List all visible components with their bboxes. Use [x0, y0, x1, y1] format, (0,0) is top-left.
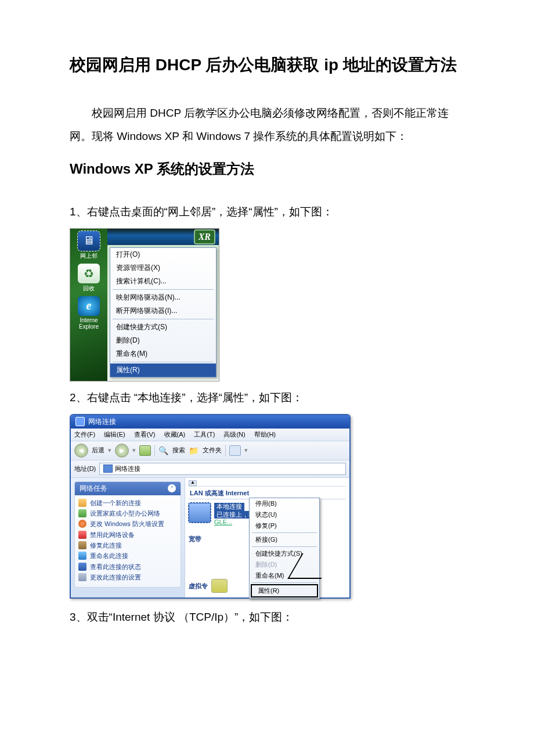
connection-name: 本地连接 — [214, 503, 244, 511]
menu-item-disconnect-drive[interactable]: 断开网络驱动器(I)... — [110, 304, 216, 318]
ctx-item-delete: 删除(D) — [250, 559, 319, 570]
folders-icon[interactable] — [189, 446, 199, 455]
menu-help[interactable]: 帮助(H) — [254, 431, 276, 438]
menu-separator — [113, 289, 214, 290]
window-icon — [75, 417, 85, 426]
toolbar-separator — [225, 445, 226, 456]
connection-context-menu: 停用(B) 状态(U) 修复(P) 桥接(G) 创建快捷方式(S) 删除(D) … — [249, 498, 320, 599]
ctx-item-bridge[interactable]: 桥接(G) — [250, 534, 319, 545]
task-label: 更改此连接的设置 — [90, 573, 141, 581]
up-button[interactable] — [139, 445, 151, 456]
group-header-virtual: 虚拟专 — [189, 582, 208, 591]
desktop-icon-label: 网上邻 — [80, 252, 98, 260]
ctx-item-rename[interactable]: 重命名(M) — [250, 570, 319, 581]
task-label: 修复此连接 — [90, 541, 122, 549]
menu-item-search-computer[interactable]: 搜索计算机(C)... — [110, 275, 216, 288]
toolbar-folders-label: 文件夹 — [203, 446, 222, 455]
task-icon — [78, 541, 86, 549]
task-icon — [78, 563, 86, 571]
xr-badge-icon: XR — [194, 229, 215, 244]
toolbar-search-label: 搜索 — [172, 446, 185, 455]
search-icon[interactable] — [158, 446, 169, 455]
screenshot-2: 网络连接 文件(F) 编辑(E) 查看(V) 收藏(A) 工具(T) 高级(N)… — [70, 414, 351, 599]
menu-edit[interactable]: 编辑(E) — [104, 431, 125, 438]
connection-nic: GLE... — [214, 519, 232, 525]
ctx-item-disable[interactable]: 停用(B) — [250, 498, 319, 509]
toolbar-back-label: 后退 — [92, 446, 104, 455]
task-label: 查看此连接的状态 — [90, 563, 141, 571]
desktop-strip: 🖥 网上邻 ♻ 回收 e Interne Explore — [70, 229, 107, 381]
menu-separator — [252, 582, 317, 583]
ctx-item-repair[interactable]: 修复(P) — [250, 520, 319, 531]
menu-separator — [252, 532, 317, 533]
ctx-item-properties[interactable]: 属性(R) — [251, 584, 318, 597]
task-icon — [78, 573, 86, 581]
network-places-icon: 🖥 — [78, 231, 100, 251]
group-header-broadband: 宽带 — [189, 535, 201, 543]
network-tasks-panel: 网络任务 ˄ 创建一个新的连接 设置家庭或小型办公网络 更改 Windows 防… — [74, 481, 181, 588]
network-connections-icon — [103, 465, 113, 473]
desktop-icon-recycle-bin[interactable]: ♻ 回收 — [71, 264, 106, 293]
menu-advanced[interactable]: 高级(N) — [223, 431, 245, 438]
address-bar: 地址(D) 网络连接 — [71, 460, 349, 478]
task-label: 禁用此网络设备 — [90, 531, 135, 539]
menu-separator — [113, 362, 214, 362]
menu-file[interactable]: 文件(F) — [74, 431, 95, 438]
step-2-text: 2、右键点击 “本地连接”，选择“属性”，如下图： — [70, 387, 464, 408]
menu-separator — [252, 546, 317, 547]
toolbar-separator — [154, 445, 155, 456]
toolbar: ◄ 后退 ▾ ► ▾ 搜索 文件夹 ▾ — [71, 441, 349, 460]
menu-item-delete[interactable]: 删除(D) — [110, 334, 216, 347]
task-label: 设置家庭或小型办公网络 — [90, 509, 160, 517]
menu-view[interactable]: 查看(V) — [134, 431, 156, 438]
task-icon — [78, 531, 86, 539]
menu-item-open[interactable]: 打开(O) — [110, 248, 216, 261]
desktop-icon-network-neighborhood[interactable]: 🖥 网上邻 — [71, 231, 106, 260]
task-view-status[interactable]: 查看此连接的状态 — [78, 561, 177, 572]
section-xp-title: Windows XP 系统的设置方法 — [70, 160, 464, 178]
back-button[interactable]: ◄ — [74, 444, 88, 458]
window-titlebar[interactable]: 网络连接 — [71, 415, 349, 429]
desktop-icon-label: Interne — [80, 317, 98, 323]
forward-button[interactable]: ► — [115, 444, 129, 458]
menu-item-properties[interactable]: 属性(R) — [110, 363, 216, 377]
task-rename-connection[interactable]: 重命名此连接 — [78, 550, 177, 561]
step-3-text: 3、双击“Internet 协议 （TCP/Ip）”，如下图： — [70, 607, 464, 628]
ctx-item-create-shortcut[interactable]: 创建快捷方式(S) — [250, 548, 319, 559]
ie-icon: e — [78, 296, 100, 316]
task-new-connection[interactable]: 创建一个新的连接 — [78, 498, 177, 508]
panel-header[interactable]: 网络任务 ˄ — [75, 482, 181, 495]
step-1-text: 1、右键点击桌面的“网上邻居”，选择“属性”，如下图： — [70, 201, 464, 222]
task-icon — [78, 499, 86, 507]
scroll-indicator: ▲ — [189, 480, 346, 487]
virtual-connection-icon — [211, 579, 228, 593]
document-title: 校园网启用 DHCP 后办公电脑获取 ip 地址的设置方法 — [70, 52, 464, 78]
task-repair-connection[interactable]: 修复此连接 — [78, 540, 177, 550]
task-change-firewall[interactable]: 更改 Windows 防火墙设置 — [78, 519, 177, 529]
menu-item-explorer[interactable]: 资源管理器(X) — [110, 261, 216, 275]
lan-connection-icon — [189, 503, 211, 523]
views-button[interactable] — [229, 445, 241, 456]
address-value: 网络连接 — [115, 465, 140, 473]
task-change-settings[interactable]: 更改此连接的设置 — [78, 572, 177, 582]
intro-paragraph: 校园网启用 DHCP 后教学区办公电脑必须修改网络配置，否则不能正常连网。现将 … — [70, 102, 464, 148]
task-label: 更改 Windows 防火墙设置 — [90, 520, 164, 528]
desktop-icon-internet-explorer[interactable]: e Interne Explore — [71, 296, 106, 330]
menubar: 文件(F) 编辑(E) 查看(V) 收藏(A) 工具(T) 高级(N) 帮助(H… — [71, 429, 349, 441]
ctx-item-status[interactable]: 状态(U) — [250, 509, 319, 520]
task-disable-device[interactable]: 禁用此网络设备 — [78, 530, 177, 540]
menu-item-map-drive[interactable]: 映射网络驱动器(N)... — [110, 291, 216, 304]
task-label: 创建一个新的连接 — [90, 499, 141, 507]
menu-item-create-shortcut[interactable]: 创建快捷方式(S) — [110, 321, 216, 334]
panel-title: 网络任务 — [80, 484, 107, 494]
desktop-top-bar: XR — [107, 229, 219, 245]
chevron-up-icon[interactable]: ˄ — [168, 484, 176, 492]
menu-tools[interactable]: 工具(T) — [194, 431, 215, 438]
menu-item-rename[interactable]: 重命名(M) — [110, 347, 216, 361]
menu-favorites[interactable]: 收藏(A) — [164, 431, 186, 438]
task-setup-home-net[interactable]: 设置家庭或小型办公网络 — [78, 508, 177, 519]
address-field[interactable]: 网络连接 — [99, 463, 346, 475]
desktop-icon-label: Explore — [79, 323, 99, 330]
task-label: 重命名此连接 — [90, 552, 128, 560]
window-title: 网络连接 — [88, 417, 116, 427]
